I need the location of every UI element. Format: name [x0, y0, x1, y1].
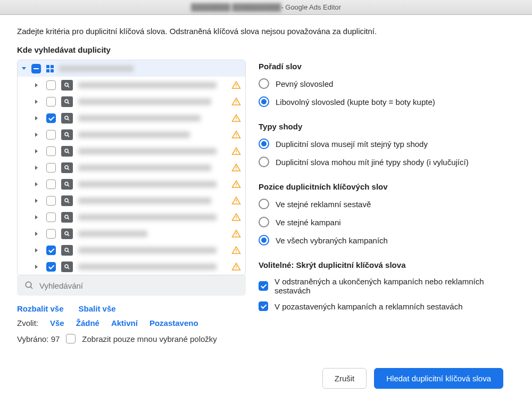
- select-none[interactable]: Žádné: [76, 318, 99, 328]
- campaign-name-blur: [78, 231, 147, 237]
- select-active[interactable]: Aktivní: [111, 318, 138, 328]
- warning-icon: [231, 113, 241, 123]
- campaign-name-blur: [78, 148, 217, 154]
- position-title: Pozice duplicitních klíčových slov: [259, 182, 515, 191]
- position-group: Pozice duplicitních klíčových slov Ve st…: [259, 182, 515, 246]
- svg-line-17: [68, 152, 69, 153]
- svg-point-43: [236, 252, 237, 253]
- opt-paused-checkbox-row[interactable]: V pozastavených kampaních a reklamních s…: [259, 301, 515, 311]
- collapse-all-link[interactable]: Sbalit vše: [79, 304, 116, 313]
- radio-icon: [259, 78, 269, 89]
- selected-count: Vybráno: 97: [17, 334, 60, 343]
- svg-point-23: [236, 169, 237, 170]
- checkbox-checked[interactable]: [259, 281, 268, 291]
- search-input[interactable]: [39, 281, 238, 290]
- campaign-checkbox[interactable]: [46, 212, 56, 222]
- show-only-mine-checkbox[interactable]: [66, 334, 76, 343]
- svg-line-9: [68, 119, 69, 120]
- campaign-checkbox[interactable]: [46, 113, 56, 123]
- tree-campaign-row[interactable]: [18, 143, 245, 159]
- svg-line-45: [68, 267, 69, 269]
- campaign-name-blur: [78, 132, 190, 138]
- campaign-checkbox[interactable]: [46, 163, 56, 173]
- tree-campaign-row[interactable]: [18, 159, 245, 176]
- caret-right-icon[interactable]: [35, 133, 38, 137]
- radio-icon-selected: [259, 96, 269, 107]
- tree-root-row[interactable]: [18, 60, 245, 77]
- caret-right-icon[interactable]: [35, 116, 38, 120]
- svg-point-19: [236, 153, 237, 154]
- search-box[interactable]: [17, 275, 246, 296]
- match-type-group: Typy shody Duplicitní slova musejí mít s…: [259, 122, 515, 167]
- campaign-checkbox[interactable]: [46, 80, 56, 90]
- search-campaign-icon: [61, 80, 73, 91]
- title-account-blur: ████████ ██████████: [191, 3, 281, 11]
- select-paused[interactable]: Pozastaveno: [149, 318, 198, 328]
- radio-pos-campaign[interactable]: Ve stejné kampani: [259, 217, 515, 227]
- checkbox-indeterminate[interactable]: [31, 64, 41, 73]
- tree-campaign-row[interactable]: [18, 110, 245, 126]
- campaign-checkbox[interactable]: [46, 196, 56, 206]
- radio-same-match[interactable]: Duplicitní slova musejí mít stejný typ s…: [259, 138, 515, 149]
- select-all[interactable]: Vše: [50, 318, 64, 328]
- cancel-button[interactable]: Zrušit: [322, 368, 367, 389]
- caret-right-icon[interactable]: [35, 248, 38, 252]
- tree-campaign-row[interactable]: [18, 176, 245, 192]
- search-campaign-icon: [61, 212, 73, 223]
- word-order-title: Pořadí slov: [259, 62, 515, 71]
- caret-right-icon[interactable]: [35, 199, 38, 203]
- campaign-checkbox[interactable]: [46, 262, 56, 272]
- opt-removed-checkbox-row[interactable]: V odstraněných a ukončených kampaních ne…: [259, 277, 515, 295]
- svg-point-27: [236, 186, 237, 187]
- radio-pos-all[interactable]: Ve všech vybraných kampaních: [259, 235, 515, 246]
- svg-line-41: [68, 251, 69, 252]
- radio-pos-adgroup[interactable]: Ve stejné reklamní sestavě: [259, 199, 515, 209]
- svg-line-21: [68, 168, 69, 170]
- caret-right-icon[interactable]: [35, 215, 38, 219]
- campaign-checkbox[interactable]: [46, 97, 56, 107]
- caret-right-icon[interactable]: [35, 100, 38, 104]
- radio-icon: [259, 217, 269, 227]
- caret-right-icon[interactable]: [35, 182, 38, 186]
- select-label: Zvolit:: [17, 318, 38, 328]
- tree-campaign-row[interactable]: [18, 225, 245, 242]
- radio-diff-match[interactable]: Duplicitní slova mohou mít jiné typy sho…: [259, 157, 515, 167]
- search-campaign-icon: [61, 113, 73, 124]
- campaign-checkbox[interactable]: [46, 130, 56, 140]
- word-order-group: Pořadí slov Pevný slovosled Libovolný sl…: [259, 62, 515, 107]
- expand-all-link[interactable]: Rozbalit vše: [17, 304, 64, 313]
- radio-fixed-order[interactable]: Pevný slovosled: [259, 78, 515, 89]
- search-campaign-icon: [61, 195, 73, 206]
- caret-right-icon[interactable]: [35, 149, 38, 153]
- search-campaign-icon: [61, 245, 73, 256]
- tree-campaign-row[interactable]: [18, 192, 245, 209]
- campaign-name-blur: [78, 115, 201, 121]
- caret-right-icon[interactable]: [35, 232, 38, 236]
- campaign-checkbox[interactable]: [46, 146, 56, 156]
- find-duplicates-button[interactable]: Hledat duplicitní klíčová slova: [374, 368, 503, 389]
- svg-point-7: [236, 103, 237, 104]
- radio-label: Ve stejné kampani: [276, 218, 341, 227]
- radio-any-order[interactable]: Libovolný slovosled (kupte boty = boty k…: [259, 96, 515, 107]
- tree-campaign-row[interactable]: [18, 93, 245, 110]
- radio-label: Ve všech vybraných kampaních: [276, 236, 388, 245]
- campaign-checkbox[interactable]: [46, 179, 56, 189]
- tree-campaign-row[interactable]: [18, 209, 245, 225]
- campaign-checkbox[interactable]: [46, 229, 56, 239]
- svg-point-31: [236, 202, 237, 203]
- title-app-name: - Google Ads Editor: [281, 3, 341, 11]
- tree-campaign-row[interactable]: [18, 126, 245, 143]
- checkbox-checked[interactable]: [259, 301, 268, 311]
- warning-icon: [231, 229, 241, 239]
- caret-right-icon[interactable]: [35, 166, 38, 170]
- caret-right-icon[interactable]: [35, 265, 38, 269]
- caret-down-icon[interactable]: [22, 67, 26, 70]
- tree-campaign-row[interactable]: [18, 258, 245, 275]
- radio-label: Libovolný slovosled (kupte boty = boty k…: [276, 97, 435, 107]
- tree-campaign-row[interactable]: [18, 242, 245, 258]
- caret-right-icon[interactable]: [35, 83, 38, 87]
- search-campaign-icon: [61, 261, 73, 272]
- campaign-name-blur: [78, 247, 217, 253]
- campaign-checkbox[interactable]: [46, 246, 56, 255]
- tree-campaign-row[interactable]: [18, 77, 245, 93]
